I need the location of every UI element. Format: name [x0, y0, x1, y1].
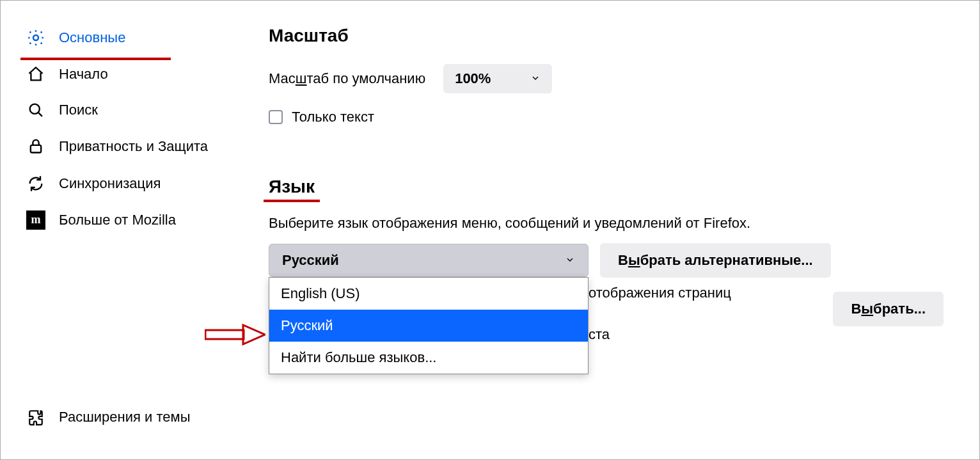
language-select-wrap: Русский English (US) Русский Найти больш… [269, 244, 589, 277]
home-icon [26, 65, 46, 83]
svg-point-0 [33, 35, 38, 40]
checkbox-unchecked-icon[interactable] [269, 110, 283, 124]
sidebar-item-label: Больше от Mozilla [59, 212, 176, 228]
svg-rect-2 [31, 145, 41, 153]
language-dropdown: English (US) Русский Найти больше языков… [269, 277, 589, 374]
language-option-english[interactable]: English (US) [269, 278, 588, 310]
language-option-find-more[interactable]: Найти больше языков... [269, 342, 588, 374]
annotation-arrow-icon [205, 324, 265, 348]
sidebar: Основные Начало Поиск Приватность и [0, 0, 243, 460]
gear-icon [26, 28, 46, 47]
sidebar-item-label: Расширения и темы [59, 409, 190, 425]
mozilla-icon: m [26, 210, 46, 230]
default-zoom-select[interactable]: 100% [443, 64, 552, 93]
zoom-text-only-row[interactable]: Только текст [269, 109, 954, 125]
sidebar-item-label: Начало [59, 66, 108, 83]
sidebar-item-label: Основные [59, 29, 125, 46]
language-description: Выберите язык отображения меню, сообщени… [269, 215, 954, 232]
language-option-russian[interactable]: Русский [269, 310, 588, 342]
sidebar-item-label: Приватность и Защита [59, 137, 208, 157]
sync-icon [26, 175, 46, 193]
language-select[interactable]: Русский [269, 244, 589, 277]
sidebar-item-sync[interactable]: Синхронизация [26, 166, 243, 202]
language-selected-value: Русский [282, 252, 339, 269]
sidebar-item-label: Поиск [59, 102, 98, 118]
sidebar-item-home[interactable]: Начало [26, 56, 243, 92]
default-zoom-label: Масштаб по умолчанию [269, 70, 425, 87]
svg-rect-3 [205, 330, 244, 339]
chevron-down-icon [565, 252, 575, 269]
search-icon [26, 101, 46, 119]
chevron-down-icon [530, 70, 541, 87]
set-alternatives-button[interactable]: Выбрать альтернативные... [600, 243, 831, 278]
default-zoom-value: 100% [455, 70, 491, 87]
lock-icon [26, 137, 46, 155]
partial-text-sta: ста [589, 326, 610, 343]
choose-button[interactable]: Выбрать... [833, 292, 944, 326]
sidebar-item-privacy[interactable]: Приватность и Защита [26, 128, 243, 166]
sidebar-item-mozilla[interactable]: m Больше от Mozilla [26, 202, 243, 239]
zoom-heading: Масштаб [269, 26, 349, 46]
language-heading: Язык [269, 177, 315, 197]
zoom-section: Масштаб Масштаб по умолчанию 100% Только… [269, 26, 954, 125]
sidebar-item-general[interactable]: Основные [26, 19, 243, 56]
default-zoom-row: Масштаб по умолчанию 100% [269, 64, 954, 93]
main-content: Масштаб Масштаб по умолчанию 100% Только… [243, 0, 980, 460]
sidebar-item-label: Синхронизация [59, 175, 161, 192]
language-section: Язык Выберите язык отображения меню, соо… [269, 177, 954, 326]
svg-point-1 [30, 104, 40, 114]
partial-text-pages: отображения страниц [589, 285, 731, 301]
sidebar-item-extensions[interactable]: Расширения и темы [26, 400, 243, 434]
zoom-text-only-label: Только текст [292, 109, 374, 125]
sidebar-item-search[interactable]: Поиск [26, 92, 243, 128]
puzzle-icon [26, 409, 46, 425]
language-select-row: Русский English (US) Русский Найти больш… [269, 243, 954, 278]
